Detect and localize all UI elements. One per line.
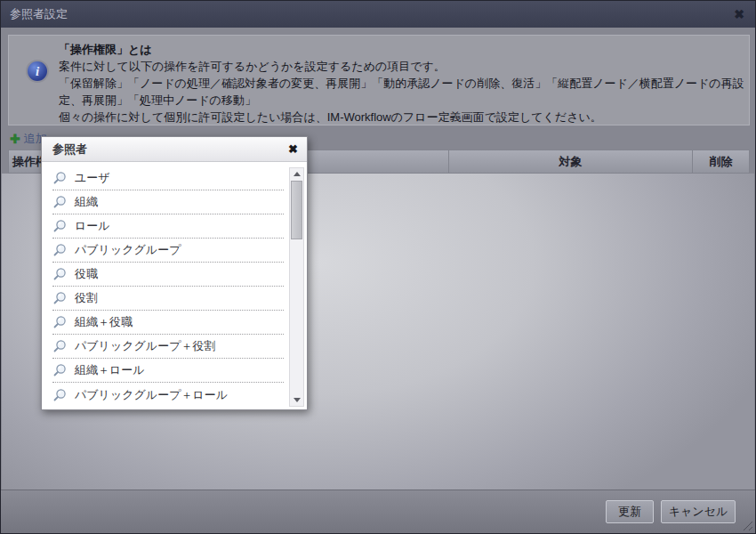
update-button[interactable]: 更新 xyxy=(606,500,654,523)
referrer-type-popup: 参照者 ✖ ユーザ 組織 ロール パブリックグループ xyxy=(41,136,308,410)
close-icon[interactable]: ✖ xyxy=(734,7,744,21)
list-item-label: 組織 xyxy=(75,194,98,210)
popup-close-icon[interactable]: ✖ xyxy=(288,142,298,156)
referrer-settings-dialog: 参照者設定 ✖ i 「操作権限」とは 案件に対して以下の操作を許可するかどうかを… xyxy=(0,0,756,534)
list-item-role[interactable]: ロール xyxy=(52,214,284,239)
list-item-public-group-part[interactable]: パブリックグループ＋役割 xyxy=(52,335,284,359)
column-header-target: 対象 xyxy=(449,150,693,173)
dialog-titlebar: 参照者設定 ✖ xyxy=(1,1,755,28)
search-icon xyxy=(52,291,67,305)
list-item-organization-position[interactable]: 組織＋役職 xyxy=(52,311,284,335)
search-icon xyxy=(52,171,67,185)
list-item-label: パブリックグループ＋ロール xyxy=(75,387,228,403)
info-line: 個々の操作に対して個別に許可設定したい場合は、IM-Workflowのフロー定義… xyxy=(59,109,752,125)
scroll-down-arrow-icon[interactable] xyxy=(290,394,303,406)
list-item-label: パブリックグループ＋役割 xyxy=(75,338,215,354)
search-icon xyxy=(52,363,67,377)
search-icon xyxy=(52,195,67,209)
popup-scrollbar[interactable] xyxy=(289,167,304,407)
search-icon xyxy=(52,243,67,257)
list-item-label: 役職 xyxy=(75,266,98,282)
scroll-up-arrow-icon[interactable] xyxy=(290,168,303,180)
list-item-public-group[interactable]: パブリックグループ xyxy=(52,239,284,263)
list-item-organization-role[interactable]: 組織＋ロール xyxy=(52,359,284,383)
search-icon xyxy=(52,339,67,353)
popup-title: 参照者 xyxy=(52,137,87,162)
list-item-organization[interactable]: 組織 xyxy=(52,190,284,214)
list-item-label: 組織＋ロール xyxy=(75,362,145,378)
list-item-label: パブリックグループ xyxy=(75,242,181,258)
cancel-button[interactable]: キャンセル xyxy=(661,500,736,523)
info-text: 「操作権限」とは 案件に対して以下の操作を許可するかどうかを設定するための項目で… xyxy=(59,41,752,125)
scrollbar-thumb[interactable] xyxy=(291,181,302,239)
info-heading: 「操作権限」とは xyxy=(59,41,752,58)
popup-body: ユーザ 組織 ロール パブリックグループ 役職 xyxy=(42,162,307,410)
popup-titlebar: 参照者 ✖ xyxy=(42,137,307,162)
list-item-part[interactable]: 役割 xyxy=(52,287,284,311)
list-item-label: ロール xyxy=(75,218,110,234)
info-line: 案件に対して以下の操作を許可するかどうかを設定するための項目です。 xyxy=(59,58,752,75)
info-icon: i xyxy=(26,60,49,83)
resize-handle-icon[interactable] xyxy=(741,519,752,530)
list-item-public-group-role[interactable]: パブリックグループ＋ロール xyxy=(52,383,284,407)
list-item-position[interactable]: 役職 xyxy=(52,263,284,287)
info-line: 「保留解除」「ノードの処理／確認対象者の変更、再展開」「動的承認ノードの削除、復… xyxy=(59,75,752,109)
operation-permission-info-box: i 「操作権限」とは 案件に対して以下の操作を許可するかどうかを設定するための項… xyxy=(8,35,750,125)
list-item-user[interactable]: ユーザ xyxy=(52,166,284,190)
page-title: 参照者設定 xyxy=(10,1,68,28)
plus-icon: ✚ xyxy=(10,132,20,146)
search-icon xyxy=(52,315,67,329)
list-item-label: 役割 xyxy=(75,290,98,306)
column-header-delete: 削除 xyxy=(693,150,749,173)
referrer-type-list: ユーザ 組織 ロール パブリックグループ 役職 xyxy=(52,166,284,407)
dialog-footer: 更新 キャンセル xyxy=(1,490,755,533)
search-icon xyxy=(52,267,67,281)
search-icon xyxy=(52,388,67,402)
list-item-label: ユーザ xyxy=(75,170,110,186)
search-icon xyxy=(52,219,67,233)
list-item-label: 組織＋役職 xyxy=(75,314,133,330)
